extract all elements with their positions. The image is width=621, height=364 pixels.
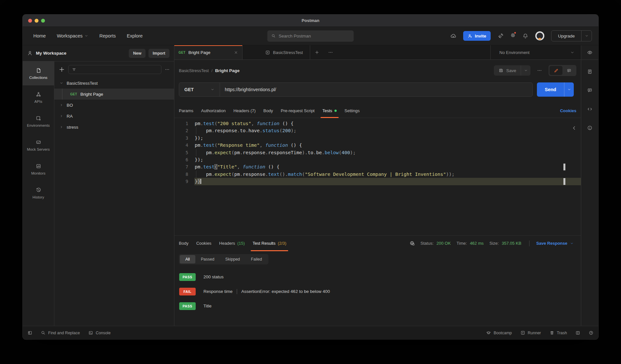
environment-selector[interactable]: No Environment [490,45,581,59]
tab-options-button[interactable] [324,45,337,59]
code-line[interactable]: 2 pm.response.to.have.status(200); [174,127,581,134]
statusbar-runner[interactable]: Runner [520,330,541,335]
tab-method-tag: GET [179,51,185,54]
nav-item-explore[interactable]: Explore [123,31,147,41]
code-line[interactable]: 6}); [174,156,581,163]
tree-more-button[interactable] [165,67,170,72]
response-tab-test-results[interactable]: Test Results(2/3) [249,236,290,251]
save-label: Save [506,68,516,73]
collection-stress[interactable]: stress [54,122,174,133]
cookies-link[interactable]: Cookies [560,108,576,113]
tab-count: (15) [237,241,245,246]
request-tab-tests[interactable]: Tests [319,103,341,118]
request-tab-authorization[interactable]: Authorization [197,103,230,118]
nav-item-home[interactable]: Home [29,31,50,41]
code-line[interactable]: 8 pm.expect(pm.response.text().match("So… [174,171,581,178]
environment-quick-look[interactable] [581,45,598,60]
cloud-check-icon[interactable] [450,33,456,39]
notifications-bell-icon[interactable] [522,33,528,39]
code-line[interactable]: 7pm.test("Title", function () { [174,163,581,170]
request-bright-page[interactable]: GET Bright Page [54,89,174,100]
workspace-title[interactable]: My Workspace [36,51,66,56]
response-pane: BodyCookiesHeaders(15)Test Results(2/3) … [174,235,581,326]
tab-bright-page[interactable]: GET Bright Page [174,45,243,59]
filter-failed[interactable]: Failed [245,255,267,263]
statusbar-help-icon[interactable] [589,330,594,335]
request-tab-pre-request-script[interactable]: Pre-request Script [277,103,319,118]
save-dropdown[interactable] [521,65,530,76]
add-collection-button[interactable] [59,66,65,73]
sidebar-item-monitors[interactable]: Monitors [23,157,54,181]
request-tab-settings[interactable]: Settings [341,103,364,118]
filter-skipped[interactable]: Skipped [220,255,245,263]
statusbar-bootcamp[interactable]: Bootcamp [486,330,512,335]
code-line[interactable]: 4pm.test("Response time", function () { [174,142,581,149]
save-response-button[interactable]: Save Response [536,241,576,246]
minimize-window-button[interactable] [35,19,38,23]
rail-button-comment-icon[interactable] [587,88,593,94]
request-more-button[interactable] [537,68,542,73]
collapse-editor-icon[interactable] [571,125,577,131]
tab-basicstresstest[interactable]: BasicStressTest [243,45,310,59]
close-window-button[interactable] [28,19,32,23]
code-line[interactable]: 1pm.test("200 status", function () { [174,120,581,127]
sidebar-item-collections[interactable]: Collections [23,61,54,85]
code-line[interactable]: 5 pm.expect(pm.response.responseTime).to… [174,149,581,156]
code-line[interactable]: 3}); [174,134,581,142]
filter-collections-input[interactable] [68,65,161,74]
statusbar-find-and-replace[interactable]: Find and Replace [41,330,80,335]
collection-basicstresstest[interactable]: BasicStressTest [54,78,174,89]
response-tab-body[interactable]: Body [179,236,192,251]
send-button[interactable]: Send [537,82,564,97]
rail-button-documentation-icon[interactable] [587,69,593,76]
send-dropdown[interactable] [564,82,574,97]
edit-mode-button[interactable] [550,66,562,75]
filter-passed[interactable]: Passed [195,255,220,263]
sidebar-item-environments[interactable]: Environments [23,109,54,133]
comments-button[interactable] [562,66,575,75]
search-box[interactable] [267,30,354,42]
nav-item-reports[interactable]: Reports [95,31,120,41]
invite-button[interactable]: Invite [463,31,491,41]
nav-item-workspaces[interactable]: Workspaces [53,31,93,41]
tests-code-editor[interactable]: 1pm.test("200 status", function () {2 pm… [174,118,581,235]
chevron-down-icon[interactable] [60,81,63,85]
statusbar-sidebar-toggle-icon[interactable] [27,330,32,335]
sidebar-item-apis[interactable]: APIs [23,85,54,109]
filter-all[interactable]: All [180,255,195,263]
statusbar-console[interactable]: Console [88,330,111,335]
breadcrumb-request[interactable]: Bright Page [215,68,240,73]
rail-button-code-icon[interactable] [587,106,593,113]
request-tab-headers-7[interactable]: Headers (7) [230,103,260,118]
sidebar-item-mock-servers[interactable]: Mock Servers [23,133,54,157]
method-selector[interactable]: GET [179,83,220,96]
statusbar: Find and ReplaceConsole BootcampRunnerTr… [23,326,598,339]
rail-button-info-icon[interactable] [587,125,593,132]
request-tab-params[interactable]: Params [179,103,197,118]
code-line[interactable]: 9}) [174,178,581,185]
sidebar-item-history[interactable]: History [23,181,54,205]
zoom-window-button[interactable] [41,19,45,23]
chevron-right-icon [60,114,63,118]
response-tab-cookies[interactable]: Cookies [192,236,215,251]
save-button[interactable]: Save [494,68,521,73]
sidebar-toggle-icon [27,330,32,335]
collection-ra[interactable]: RA [54,111,174,122]
import-button[interactable]: Import [148,49,169,58]
statusbar-trash[interactable]: Trash [550,330,567,335]
new-button[interactable]: New [129,49,146,58]
breadcrumb-collection[interactable]: BasicStressTest [179,68,209,73]
close-tab-icon[interactable] [234,50,238,55]
statusbar-panels-icon[interactable] [575,330,580,335]
satellite-icon[interactable] [497,33,504,39]
new-tab-button[interactable] [310,45,324,59]
search-input[interactable] [279,34,350,38]
settings-button[interactable] [510,33,516,39]
url-input[interactable] [220,83,532,96]
upgrade-dropdown[interactable] [581,31,592,41]
response-tab-headers[interactable]: Headers(15) [215,236,249,251]
request-tab-body[interactable]: Body [259,103,277,118]
upgrade-button[interactable]: Upgrade [551,30,592,41]
collection-bo[interactable]: BO [54,100,174,111]
avatar[interactable] [535,31,544,40]
